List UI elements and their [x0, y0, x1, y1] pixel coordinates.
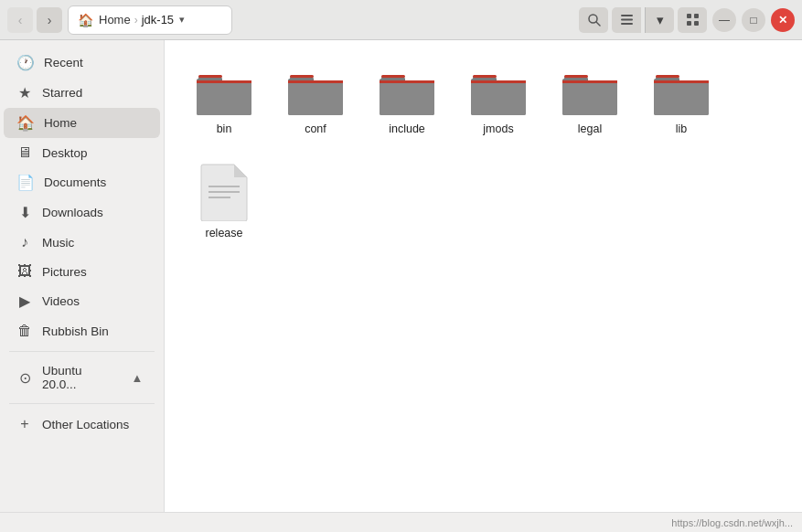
sidebar-item-label: Desktop: [42, 146, 88, 160]
view-dropdown-button[interactable]: ▾: [645, 7, 674, 33]
main-layout: 🕐 Recent ★ Starred 🏠 Home 🖥 Desktop 📄 Do…: [0, 40, 802, 512]
svg-rect-18: [562, 80, 617, 83]
breadcrumb[interactable]: 🏠 Home › jdk-15 ▾: [68, 5, 232, 35]
sidebar-item-ubuntu[interactable]: ⊙ Ubuntu 20.0... ▲: [4, 357, 160, 398]
videos-icon: ▶: [16, 293, 33, 310]
titlebar: ‹ › 🏠 Home › jdk-15 ▾ ▾: [0, 0, 802, 40]
file-name: jmods: [483, 122, 513, 135]
svg-rect-3: [621, 19, 633, 21]
sidebar-item-label: Documents: [44, 176, 106, 189]
window-controls: — □ ✕: [712, 8, 795, 32]
svg-rect-20: [654, 80, 709, 83]
breadcrumb-current-folder: jdk-15: [142, 13, 174, 27]
sidebar-item-home[interactable]: 🏠 Home: [4, 108, 160, 138]
sidebar-item-desktop[interactable]: 🖥 Desktop: [4, 138, 160, 167]
file-name: lib: [676, 122, 688, 135]
file-name: release: [206, 227, 243, 239]
svg-rect-16: [471, 80, 526, 83]
svg-rect-17: [564, 75, 588, 78]
sidebar-item-other-locations[interactable]: + Other Locations: [4, 410, 160, 439]
file-item-bin[interactable]: bin: [183, 59, 265, 144]
sidebar-item-rubbish[interactable]: 🗑 Rubbish Bin: [4, 316, 160, 346]
status-url: https://blog.csdn.net/wxjh...: [671, 517, 793, 528]
sidebar: 🕐 Recent ★ Starred 🏠 Home 🖥 Desktop 📄 Do…: [0, 40, 165, 512]
maximize-button[interactable]: □: [742, 8, 765, 32]
folder-icon: [378, 68, 436, 117]
recent-icon: 🕐: [16, 54, 35, 71]
svg-rect-9: [198, 75, 222, 78]
file-name: legal: [578, 122, 602, 135]
breadcrumb-home: Home: [99, 13, 131, 27]
view-list-button[interactable]: [612, 7, 641, 33]
sidebar-item-label: Starred: [42, 86, 82, 100]
svg-rect-2: [621, 15, 633, 16]
toolbar-right: ▾: [579, 7, 707, 33]
file-item-jmods[interactable]: jmods: [457, 59, 540, 144]
home-icon: 🏠: [78, 13, 93, 27]
svg-rect-7: [687, 21, 691, 26]
sidebar-divider: [9, 351, 155, 352]
file-grid: bin conf include jmods legal: [183, 59, 784, 249]
sidebar-item-videos[interactable]: ▶ Videos: [4, 286, 160, 316]
folder-icon: [561, 68, 619, 117]
music-icon: ♪: [16, 234, 33, 250]
sidebar-item-label: Rubbish Bin: [42, 325, 109, 338]
sidebar-item-label: Videos: [42, 294, 80, 308]
sidebar-item-label: Home: [44, 116, 77, 130]
breadcrumb-dropdown-icon[interactable]: ▾: [179, 14, 185, 26]
sidebar-item-label: Downloads: [42, 206, 103, 219]
statusbar: https://blog.csdn.net/wxjh...: [0, 512, 802, 532]
sidebar-item-music[interactable]: ♪ Music: [4, 228, 160, 257]
sidebar-item-downloads[interactable]: ⬇ Downloads: [4, 197, 160, 228]
svg-rect-11: [290, 75, 314, 78]
starred-icon: ★: [16, 84, 33, 101]
eject-button[interactable]: ▲: [127, 367, 147, 388]
folder-icon: [469, 68, 528, 117]
sidebar-item-starred[interactable]: ★ Starred: [4, 78, 160, 108]
sidebar-divider-2: [9, 403, 155, 404]
folder-icon: [195, 68, 253, 117]
desktop-icon: 🖥: [16, 144, 33, 161]
view-grid-button[interactable]: [678, 7, 707, 33]
file-area: bin conf include jmods legal: [165, 40, 802, 512]
sidebar-item-label: Recent: [44, 56, 83, 69]
sidebar-item-documents[interactable]: 📄 Documents: [4, 167, 160, 197]
file-item-lib[interactable]: lib: [640, 59, 722, 144]
ubuntu-drive-label: Ubuntu 20.0...: [42, 364, 118, 391]
nav-back-button[interactable]: ‹: [7, 7, 33, 33]
grid-view-icon: [686, 13, 700, 27]
svg-rect-15: [473, 75, 497, 78]
file-item-include[interactable]: include: [366, 59, 448, 144]
svg-rect-19: [656, 75, 679, 78]
file-item-release[interactable]: release: [183, 154, 265, 249]
home-icon: 🏠: [16, 114, 35, 132]
svg-rect-10: [197, 80, 251, 83]
file-item-legal[interactable]: legal: [549, 59, 631, 144]
nav-forward-button[interactable]: ›: [37, 7, 62, 33]
sidebar-item-pictures[interactable]: 🖼 Pictures: [4, 257, 160, 286]
folder-icon: [286, 68, 345, 117]
sidebar-item-label: Pictures: [42, 265, 87, 279]
svg-line-1: [596, 22, 600, 26]
svg-rect-8: [694, 21, 699, 26]
close-button[interactable]: ✕: [771, 8, 795, 32]
search-button[interactable]: [579, 7, 608, 33]
sidebar-item-recent[interactable]: 🕐 Recent: [4, 48, 160, 78]
nav-controls: ‹ ›: [7, 7, 62, 33]
other-locations-label: Other Locations: [42, 418, 129, 431]
file-item-conf[interactable]: conf: [274, 59, 357, 144]
pictures-icon: 🖼: [16, 263, 33, 280]
list-view-icon: [620, 13, 634, 27]
search-icon: [587, 13, 601, 27]
folder-icon: [652, 68, 711, 117]
file-name: include: [389, 122, 425, 135]
file-icon: [199, 163, 249, 221]
svg-rect-5: [687, 14, 691, 18]
ubuntu-drive-icon: ⊙: [16, 369, 33, 387]
file-name: bin: [217, 122, 232, 135]
file-name: conf: [305, 122, 326, 135]
svg-rect-14: [380, 80, 434, 83]
minimize-button[interactable]: —: [712, 8, 736, 32]
downloads-icon: ⬇: [16, 204, 33, 221]
breadcrumb-separator: ›: [134, 14, 138, 27]
